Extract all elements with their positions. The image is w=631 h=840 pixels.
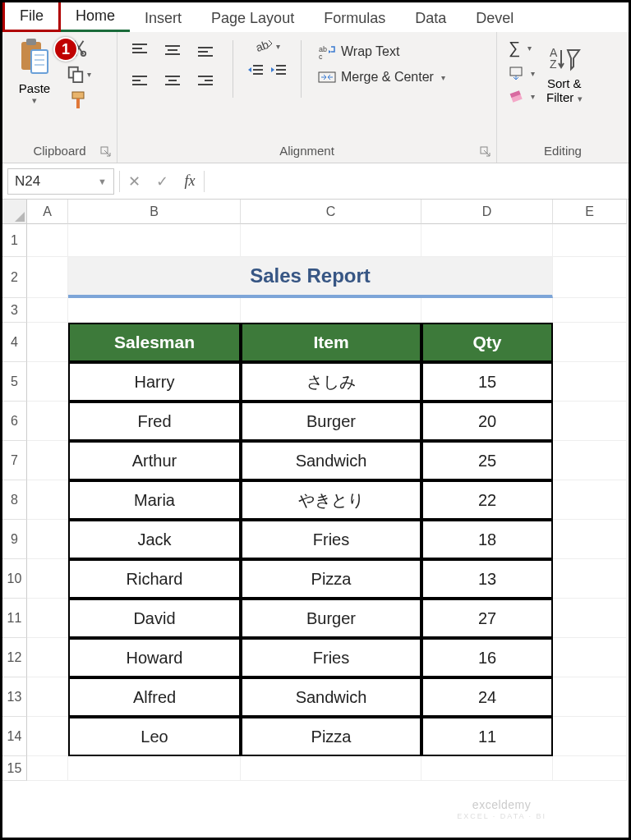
format-painter-icon[interactable] bbox=[67, 90, 91, 111]
table-cell[interactable]: Sandwich bbox=[241, 441, 421, 480]
tab-developer[interactable]: Devel bbox=[461, 5, 528, 32]
table-cell[interactable]: Jack bbox=[68, 520, 241, 559]
table-cell[interactable]: Arthur bbox=[68, 441, 241, 480]
cell-E9[interactable] bbox=[553, 520, 627, 559]
table-cell[interactable]: Howard bbox=[68, 638, 241, 677]
cell-B3[interactable] bbox=[68, 298, 241, 323]
table-cell[interactable]: Pizza bbox=[241, 559, 421, 599]
row-header-13[interactable]: 13 bbox=[2, 677, 27, 717]
tab-insert[interactable]: Insert bbox=[130, 5, 196, 32]
table-cell[interactable]: Burger bbox=[241, 599, 421, 638]
table-cell[interactable]: 25 bbox=[421, 441, 553, 480]
fill-icon[interactable] bbox=[505, 64, 538, 82]
table-cell[interactable]: さしみ bbox=[241, 362, 421, 402]
tab-file[interactable]: File bbox=[2, 0, 61, 32]
table-cell[interactable]: Fries bbox=[241, 638, 421, 677]
table-cell[interactable]: Leo bbox=[68, 717, 241, 756]
cell-E3[interactable] bbox=[553, 298, 627, 323]
cell-E4[interactable] bbox=[553, 323, 627, 362]
sort-filter-dropdown-icon[interactable]: ▾ bbox=[578, 94, 583, 103]
table-cell[interactable]: Burger bbox=[241, 402, 421, 441]
table-cell[interactable]: Alfred bbox=[68, 677, 241, 717]
cell-A6[interactable] bbox=[27, 402, 68, 441]
cell-E10[interactable] bbox=[553, 559, 627, 599]
cell-A2[interactable] bbox=[27, 257, 68, 298]
cell-E5[interactable] bbox=[553, 362, 627, 402]
cell-A3[interactable] bbox=[27, 298, 68, 323]
cell-A15[interactable] bbox=[27, 756, 68, 781]
table-cell[interactable]: Maria bbox=[68, 480, 241, 520]
row-header-4[interactable]: 4 bbox=[2, 323, 27, 362]
align-right-icon[interactable] bbox=[191, 68, 219, 94]
cell-C1[interactable] bbox=[241, 224, 421, 257]
cell-A7[interactable] bbox=[27, 441, 68, 480]
row-header-5[interactable]: 5 bbox=[2, 362, 27, 402]
cell-A10[interactable] bbox=[27, 559, 68, 599]
align-top-icon[interactable] bbox=[126, 37, 154, 63]
row-header-9[interactable]: 9 bbox=[2, 520, 27, 559]
row-header-7[interactable]: 7 bbox=[2, 441, 27, 480]
col-header-D[interactable]: D bbox=[421, 200, 553, 224]
col-header-A[interactable]: A bbox=[27, 200, 68, 224]
table-cell[interactable]: 24 bbox=[421, 677, 553, 717]
row-header-12[interactable]: 12 bbox=[2, 638, 27, 677]
row-header-10[interactable]: 10 bbox=[2, 559, 27, 599]
autosum-icon[interactable]: ∑ bbox=[505, 37, 538, 59]
cell-E2[interactable] bbox=[553, 257, 627, 298]
col-header-C[interactable]: C bbox=[241, 200, 421, 224]
cell-D1[interactable] bbox=[421, 224, 553, 257]
fx-icon[interactable]: fx bbox=[176, 172, 204, 190]
cell-E14[interactable] bbox=[553, 717, 627, 756]
tab-formulas[interactable]: Formulas bbox=[309, 5, 400, 32]
cell-E12[interactable] bbox=[553, 638, 627, 677]
align-bottom-icon[interactable] bbox=[191, 37, 219, 63]
header-D[interactable]: Qty bbox=[421, 323, 553, 362]
table-cell[interactable]: Fred bbox=[68, 402, 241, 441]
cell-E8[interactable] bbox=[553, 480, 627, 520]
cell-A13[interactable] bbox=[27, 677, 68, 717]
cell-D15[interactable] bbox=[421, 756, 553, 781]
align-middle-icon[interactable] bbox=[159, 37, 187, 63]
name-box[interactable]: N24 ▼ bbox=[7, 168, 114, 195]
row-header-11[interactable]: 11 bbox=[2, 599, 27, 638]
alignment-launcher-icon[interactable] bbox=[480, 146, 491, 158]
tab-page-layout[interactable]: Page Layout bbox=[196, 5, 309, 32]
cell-B1[interactable] bbox=[68, 224, 241, 257]
row-header-3[interactable]: 3 bbox=[2, 298, 27, 323]
col-header-B[interactable]: B bbox=[68, 200, 241, 224]
enter-formula-icon[interactable]: ✓ bbox=[148, 172, 176, 190]
tab-home[interactable]: Home bbox=[61, 2, 130, 32]
paste-icon[interactable] bbox=[16, 37, 53, 81]
clear-icon[interactable] bbox=[505, 87, 538, 105]
cell-E1[interactable] bbox=[553, 224, 627, 257]
wrap-text-button[interactable]: abc Wrap Text bbox=[315, 42, 449, 62]
table-cell[interactable]: Fries bbox=[241, 520, 421, 559]
header-C[interactable]: Item bbox=[241, 323, 421, 362]
merge-center-button[interactable]: Merge & Center bbox=[315, 68, 449, 86]
cell-E13[interactable] bbox=[553, 677, 627, 717]
table-cell[interactable]: David bbox=[68, 599, 241, 638]
formula-input[interactable] bbox=[205, 168, 629, 195]
tab-data[interactable]: Data bbox=[400, 5, 461, 32]
cell-E15[interactable] bbox=[553, 756, 627, 781]
table-cell[interactable]: 15 bbox=[421, 362, 553, 402]
cell-A8[interactable] bbox=[27, 480, 68, 520]
decrease-indent-icon[interactable] bbox=[246, 63, 265, 78]
table-cell[interactable]: やきとり bbox=[241, 480, 421, 520]
cell-C15[interactable] bbox=[241, 756, 421, 781]
cell-E7[interactable] bbox=[553, 441, 627, 480]
table-cell[interactable]: Harry bbox=[68, 362, 241, 402]
cancel-formula-icon[interactable]: ✕ bbox=[120, 172, 148, 190]
align-center-icon[interactable] bbox=[159, 68, 187, 94]
table-cell[interactable]: 13 bbox=[421, 559, 553, 599]
table-cell[interactable]: 11 bbox=[421, 717, 553, 756]
cell-A4[interactable] bbox=[27, 323, 68, 362]
orientation-icon[interactable]: ab bbox=[246, 37, 288, 55]
row-header-8[interactable]: 8 bbox=[2, 480, 27, 520]
row-header-1[interactable]: 1 bbox=[2, 224, 27, 257]
select-all-corner[interactable] bbox=[2, 200, 27, 224]
row-header-6[interactable]: 6 bbox=[2, 402, 27, 441]
table-cell[interactable]: 20 bbox=[421, 402, 553, 441]
copy-icon[interactable] bbox=[67, 63, 91, 85]
cell-B15[interactable] bbox=[68, 756, 241, 781]
